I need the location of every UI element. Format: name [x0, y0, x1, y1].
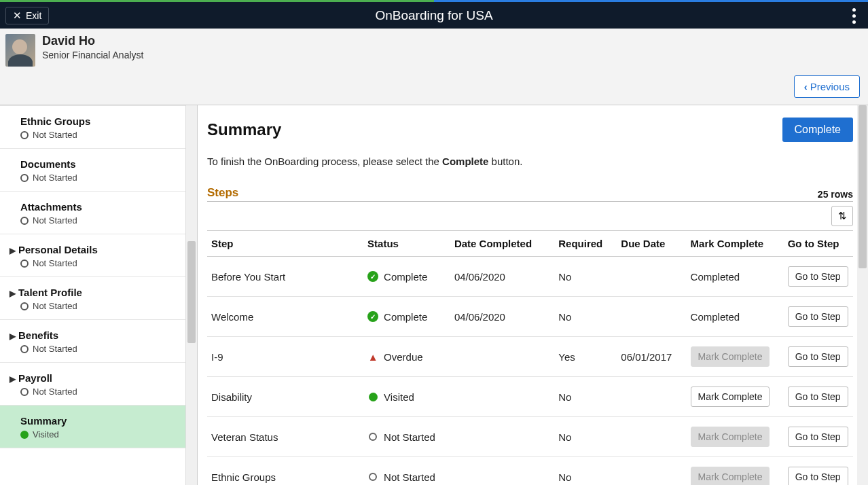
caret-right-icon: ▶ [10, 374, 16, 384]
cell-required: Yes [554, 337, 617, 377]
col-required[interactable]: Required [554, 231, 617, 257]
sidebar-item-label: Attachments [20, 201, 82, 213]
steps-header: Steps 25 rows [207, 186, 853, 202]
table-row: DisabilityVisitedNoMark CompleteGo to St… [207, 377, 853, 417]
cell-mark-complete: Mark Complete [687, 457, 784, 486]
rows-count: 25 rows [818, 189, 853, 200]
cell-due-date [617, 377, 686, 417]
main-scroll-thumb[interactable] [858, 105, 867, 268]
col-date-completed[interactable]: Date Completed [450, 231, 554, 257]
page-title: OnBoarding for USA [375, 8, 492, 23]
cell-step: Before You Start [207, 257, 363, 297]
cell-step: Welcome [207, 297, 363, 337]
status-text: Overdue [384, 351, 423, 363]
sidebar-item-status-text: Not Started [33, 173, 77, 183]
sidebar-item-status-text: Not Started [33, 387, 77, 397]
sidebar-item-label: Talent Profile [18, 287, 82, 298]
main-title: Summary [207, 120, 281, 139]
person-role: Senior Financial Analyst [42, 50, 143, 60]
mark-complete-button[interactable]: Mark Complete [691, 387, 770, 407]
sidebar-item-attachments[interactable]: AttachmentsNot Started [0, 192, 185, 234]
sidebar-item-talent-profile[interactable]: ▶Talent ProfileNot Started [0, 277, 185, 320]
cell-step: Disability [207, 377, 363, 417]
sidebar-item-status: Not Started [20, 173, 179, 183]
go-to-step-button[interactable]: Go to Step [788, 387, 848, 407]
sidebar-item-documents[interactable]: DocumentsNot Started [0, 149, 185, 192]
main-scrollbar[interactable] [857, 105, 868, 485]
sidebar-item-title: Documents [20, 158, 179, 170]
sidebar-item-status-text: Not Started [33, 301, 77, 311]
cell-status: ▲Overdue [363, 337, 450, 377]
completed-text: Completed [691, 271, 740, 283]
sidebar-item-status-text: Not Started [33, 215, 77, 226]
sidebar-item-status-text: Not Started [33, 344, 77, 354]
sidebar-item-label: Benefits [18, 329, 58, 341]
not-started-ring-icon [20, 388, 29, 396]
sidebar-item-status-text: Not Started [33, 130, 77, 140]
not-started-ring-icon [20, 217, 29, 225]
sidebar-item-status: Not Started [20, 344, 179, 354]
not-started-ring-icon [20, 131, 29, 139]
go-to-step-button[interactable]: Go to Step [788, 467, 848, 485]
cell-go-to-step: Go to Step [784, 417, 853, 457]
complete-button[interactable]: Complete [782, 118, 853, 142]
cell-due-date [617, 417, 686, 457]
table-row: Welcome✓Complete04/06/2020NoCompletedGo … [207, 297, 853, 337]
sidebar-item-title: ▶Personal Details [20, 244, 179, 255]
sidebar[interactable]: Ethnic GroupsNot StartedDocumentsNot Sta… [0, 105, 186, 485]
go-to-step-button[interactable]: Go to Step [788, 306, 848, 327]
sidebar-item-label: Payroll [18, 372, 52, 384]
table-toolbar: ⇅ [207, 202, 853, 231]
sort-button[interactable]: ⇅ [831, 206, 853, 226]
cell-go-to-step: Go to Step [784, 377, 853, 417]
cell-required: No [554, 297, 617, 337]
caret-right-icon: ▶ [10, 246, 16, 255]
cell-go-to-step: Go to Step [784, 457, 853, 486]
sidebar-item-title: ▶Payroll [20, 372, 179, 384]
sidebar-scroll-thumb[interactable] [187, 241, 196, 343]
col-go-to-step[interactable]: Go to Step [784, 231, 853, 257]
cell-date-completed: 04/06/2020 [450, 297, 554, 337]
not-started-ring-icon [20, 345, 29, 353]
sidebar-item-summary[interactable]: SummaryVisited [0, 406, 185, 448]
sidebar-scrollbar[interactable] [186, 105, 197, 485]
more-menu-button[interactable] [847, 2, 861, 29]
sidebar-item-ethnic-groups[interactable]: Ethnic GroupsNot Started [0, 105, 185, 149]
cell-status: Not Started [363, 417, 450, 457]
exit-label: Exit [26, 10, 41, 21]
sidebar-item-payroll[interactable]: ▶PayrollNot Started [0, 363, 185, 406]
table-header-row: Step Status Date Completed Required Due … [207, 231, 853, 257]
cell-due-date [617, 297, 686, 337]
go-to-step-button[interactable]: Go to Step [788, 346, 848, 367]
go-to-step-button[interactable]: Go to Step [788, 427, 848, 447]
sidebar-item-label: Personal Details [18, 244, 98, 255]
sidebar-item-status-text: Visited [33, 429, 59, 439]
col-step[interactable]: Step [207, 231, 363, 257]
cell-mark-complete: Completed [687, 297, 784, 337]
table-row: Veteran StatusNot StartedNoMark Complete… [207, 417, 853, 457]
col-due-date[interactable]: Due Date [617, 231, 686, 257]
go-to-step-button[interactable]: Go to Step [788, 266, 848, 287]
kebab-dot-icon [852, 20, 856, 24]
cell-step: Veteran Status [207, 417, 363, 457]
cell-mark-complete: Mark Complete [687, 417, 784, 457]
previous-label: Previous [810, 81, 850, 92]
col-status[interactable]: Status [363, 231, 450, 257]
cell-status: ✓Complete [363, 257, 450, 297]
caret-right-icon: ▶ [10, 331, 16, 341]
exit-button[interactable]: ✕ Exit [5, 7, 49, 24]
kebab-dot-icon [852, 14, 856, 18]
col-mark-complete[interactable]: Mark Complete [687, 231, 784, 257]
status-text: Complete [384, 271, 427, 283]
not-started-ring-icon [20, 302, 29, 310]
cell-required: No [554, 257, 617, 297]
sidebar-item-personal-details[interactable]: ▶Personal DetailsNot Started [0, 234, 185, 277]
steps-table: Step Status Date Completed Required Due … [207, 231, 853, 485]
sidebar-item-benefits[interactable]: ▶BenefitsNot Started [0, 320, 185, 363]
sidebar-wrap: Ethnic GroupsNot StartedDocumentsNot Sta… [0, 105, 197, 485]
mark-complete-button: Mark Complete [691, 467, 770, 485]
previous-button[interactable]: ‹ Previous [794, 75, 860, 98]
avatar [5, 34, 35, 67]
sidebar-item-title: ▶Talent Profile [20, 287, 179, 298]
sort-icon: ⇅ [838, 210, 847, 222]
